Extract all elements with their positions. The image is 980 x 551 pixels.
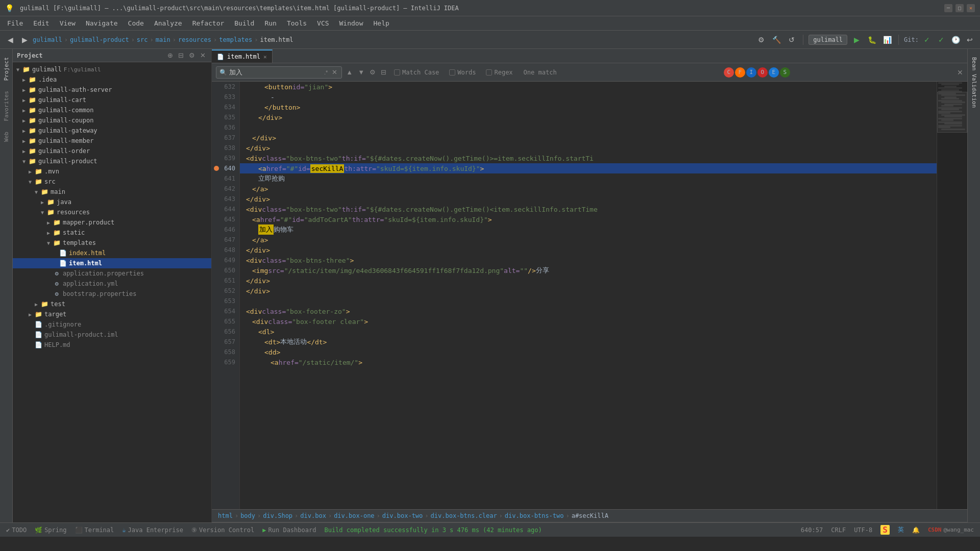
- menu-refactor[interactable]: Refactor: [188, 18, 229, 28]
- status-terminal[interactable]: ⬛ Terminal: [75, 527, 114, 534]
- bc-gulimall[interactable]: gulimall: [33, 36, 62, 43]
- bc-main[interactable]: main: [156, 36, 170, 43]
- tree-resources[interactable]: ▼ 📁 resources: [13, 207, 211, 217]
- tree-idea[interactable]: ▶ 📁 .idea: [13, 74, 211, 85]
- tree-bootstrap[interactable]: ▶ ⚙ bootstrap.properties: [13, 289, 211, 299]
- status-run-dashboard[interactable]: ▶ Run Dashboard: [262, 527, 316, 534]
- status-java-enterprise[interactable]: ☕ Java Enterprise: [122, 527, 183, 534]
- find-next-btn[interactable]: ▼: [357, 67, 365, 77]
- bc-divbox[interactable]: div.box: [300, 512, 326, 519]
- menu-tools[interactable]: Tools: [283, 18, 311, 28]
- find-clear-btn[interactable]: ✕: [331, 67, 338, 77]
- status-todo[interactable]: ✔ TODO: [6, 527, 27, 534]
- tree-member[interactable]: ▶ 📁 gulimall-member: [13, 136, 211, 146]
- tree-gateway[interactable]: ▶ 📁 gulimall-gateway: [13, 126, 211, 136]
- tree-target[interactable]: ▶ 📁 target: [13, 309, 211, 319]
- panel-gear-btn[interactable]: ⚙: [187, 51, 197, 60]
- bean-validation-tab[interactable]: Bean Validation: [969, 53, 979, 112]
- tree-index-html[interactable]: ▶ 📄 index.html: [13, 248, 211, 258]
- find-prev-btn[interactable]: ▲: [345, 67, 354, 77]
- web-tab[interactable]: Web: [1, 128, 12, 146]
- git-history-btn[interactable]: 🕐: [949, 34, 962, 46]
- status-line-ending[interactable]: CRLF: [831, 527, 846, 534]
- menu-navigate[interactable]: Navigate: [82, 18, 122, 28]
- maximize-btn[interactable]: □: [955, 4, 964, 12]
- bc-divboxbtnsclear[interactable]: div.box-btns.clear: [431, 512, 497, 519]
- status-notifications[interactable]: 🔔: [912, 527, 920, 534]
- tree-mapper-product[interactable]: ▶ 📁 mapper.product: [13, 217, 211, 228]
- forward-btn[interactable]: ▶: [18, 34, 31, 46]
- rebuild-btn[interactable]: 🔨: [770, 34, 782, 46]
- coverage-btn[interactable]: 📊: [881, 34, 893, 46]
- words-option[interactable]: Words: [446, 67, 479, 78]
- bc-divboxtwo[interactable]: div.box-two: [382, 512, 423, 519]
- menu-run[interactable]: Run: [260, 18, 280, 28]
- find-regex-in-btn[interactable]: .*: [323, 68, 329, 77]
- regex-option[interactable]: Regex: [482, 67, 516, 78]
- tree-item-html[interactable]: ▶ 📄 item.html: [13, 258, 211, 268]
- menu-file[interactable]: File: [3, 18, 27, 28]
- tree-cart[interactable]: ▶ 📁 gulimall-cart: [13, 95, 211, 105]
- tree-templates[interactable]: ▼ 📁 templates: [13, 238, 211, 248]
- tree-app-yml[interactable]: ▶ ⚙ application.yml: [13, 279, 211, 289]
- menu-vcs[interactable]: VCS: [313, 18, 333, 28]
- menu-analyze[interactable]: Analyze: [150, 18, 186, 28]
- bc-body[interactable]: body: [240, 512, 255, 519]
- menu-view[interactable]: View: [56, 18, 80, 28]
- project-tab[interactable]: Project: [1, 53, 12, 85]
- settings-btn[interactable]: ⚙: [755, 34, 767, 46]
- debug-btn[interactable]: 🐛: [866, 34, 878, 46]
- tree-auth-server[interactable]: ▶ 📁 gulimall-auth-server: [13, 85, 211, 95]
- tree-mvn[interactable]: ▶ 📁 .mvn: [13, 166, 211, 177]
- bc-divboxone[interactable]: div.box-one: [334, 512, 374, 519]
- bc-resources[interactable]: resources: [178, 36, 211, 43]
- tree-app-properties[interactable]: ▶ ⚙ application.properties: [13, 268, 211, 279]
- bc-templates[interactable]: templates: [219, 36, 252, 43]
- run-btn[interactable]: ▶: [850, 34, 863, 46]
- tree-src[interactable]: ▼ 📁 src: [13, 177, 211, 187]
- run-config-selector[interactable]: gulimall: [808, 35, 847, 45]
- status-s-label[interactable]: S: [880, 525, 890, 535]
- menu-edit[interactable]: Edit: [29, 18, 53, 28]
- close-btn[interactable]: ✕: [967, 4, 975, 12]
- tree-coupon[interactable]: ▶ 📁 gulimall-coupon: [13, 115, 211, 126]
- find-close-btn[interactable]: ✕: [957, 68, 963, 77]
- tab-close-btn[interactable]: ✕: [263, 54, 267, 60]
- panel-add-btn[interactable]: ⊕: [166, 51, 175, 60]
- menu-window[interactable]: Window: [335, 18, 368, 28]
- menu-code[interactable]: Code: [124, 18, 148, 28]
- tree-help-md[interactable]: ▶ 📄 HELP.md: [13, 340, 211, 350]
- find-input[interactable]: [229, 68, 321, 76]
- status-csdn[interactable]: CSDN @wang_mac: [928, 527, 974, 533]
- menu-build[interactable]: Build: [230, 18, 258, 28]
- status-position[interactable]: 640:57: [801, 527, 823, 534]
- status-version-control[interactable]: ⑨ Version Control: [191, 527, 254, 534]
- tree-product[interactable]: ▼ 📁 gulimall-product: [13, 156, 211, 166]
- find-settings-btn[interactable]: ⚙: [369, 67, 377, 77]
- favorites-tab[interactable]: Favorites: [1, 87, 12, 126]
- tree-gulimall[interactable]: ▼ 📁 gulimall F:\gulimall: [13, 64, 211, 74]
- tree-product-iml[interactable]: ▶ 📄 gulimall-product.iml: [13, 330, 211, 340]
- menu-help[interactable]: Help: [370, 18, 394, 28]
- git-update-btn[interactable]: ✓: [921, 34, 933, 46]
- tree-test[interactable]: ▶ 📁 test: [13, 299, 211, 309]
- back-btn[interactable]: ◀: [4, 34, 16, 46]
- window-controls[interactable]: ─ □ ✕: [944, 4, 975, 12]
- match-case-option[interactable]: Match Case: [390, 67, 443, 78]
- status-spring[interactable]: 🌿 Spring: [35, 527, 66, 534]
- tree-common[interactable]: ▶ 📁 gulimall-common: [13, 105, 211, 115]
- bc-html[interactable]: html: [218, 512, 233, 519]
- status-encoding[interactable]: UTF-8: [854, 527, 872, 534]
- tree-java[interactable]: ▶ 📁 java: [13, 197, 211, 207]
- status-lang[interactable]: 英: [898, 525, 904, 534]
- tree-gitignore[interactable]: ▶ 📄 .gitignore: [13, 319, 211, 330]
- panel-close-btn[interactable]: ✕: [199, 51, 207, 60]
- tree-order[interactable]: ▶ 📁 gulimall-order: [13, 146, 211, 156]
- tab-item-html[interactable]: 📄 item.html ✕: [212, 49, 273, 63]
- bc-aseckilla[interactable]: a#secKillA: [572, 512, 608, 519]
- panel-collapse-btn[interactable]: ⊟: [177, 51, 185, 60]
- bc-divshop[interactable]: div.Shop: [263, 512, 292, 519]
- tree-main[interactable]: ▼ 📁 main: [13, 187, 211, 197]
- minimap-viewport[interactable]: [937, 92, 967, 133]
- find-filter-btn[interactable]: ⊟: [380, 67, 387, 77]
